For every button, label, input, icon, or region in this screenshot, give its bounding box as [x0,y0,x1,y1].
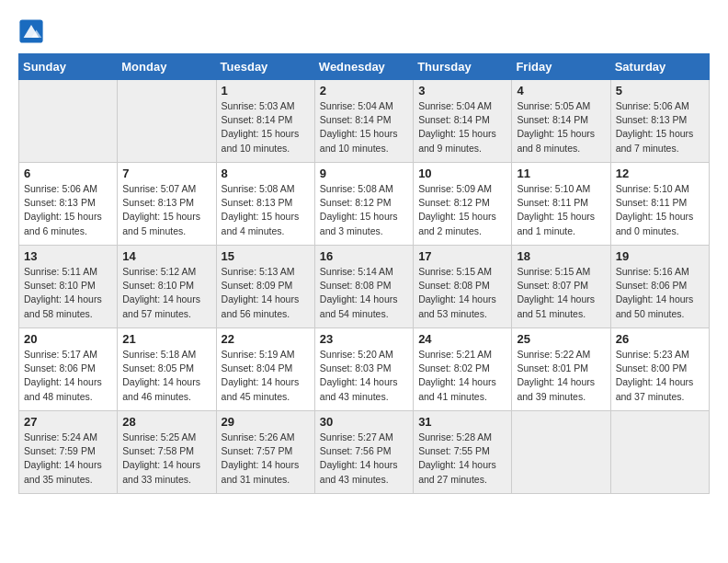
week-row-5: 27Sunrise: 5:24 AMSunset: 7:59 PMDayligh… [19,411,710,494]
calendar-cell: 26Sunrise: 5:23 AMSunset: 8:00 PMDayligh… [610,328,709,411]
day-info: Sunrise: 5:09 AMSunset: 8:12 PMDaylight:… [418,182,506,238]
column-header-thursday: Thursday [414,54,512,80]
calendar-cell: 11Sunrise: 5:10 AMSunset: 8:11 PMDayligh… [512,163,610,246]
day-info: Sunrise: 5:17 AMSunset: 8:06 PMDaylight:… [24,348,112,404]
calendar-cell: 30Sunrise: 5:27 AMSunset: 7:56 PMDayligh… [314,411,413,494]
day-number: 13 [24,249,112,263]
calendar-cell [512,411,610,494]
day-number: 15 [222,249,310,263]
calendar-cell [610,411,709,494]
day-number: 29 [222,415,310,429]
calendar-cell: 9Sunrise: 5:08 AMSunset: 8:12 PMDaylight… [314,163,413,246]
calendar-cell: 5Sunrise: 5:06 AMSunset: 8:13 PMDaylight… [610,80,709,163]
calendar-cell: 23Sunrise: 5:20 AMSunset: 8:03 PMDayligh… [314,328,413,411]
day-number: 4 [517,84,605,98]
day-info: Sunrise: 5:08 AMSunset: 8:12 PMDaylight:… [320,182,408,238]
day-number: 5 [616,84,704,98]
day-info: Sunrise: 5:05 AMSunset: 8:14 PMDaylight:… [517,99,605,155]
day-number: 21 [122,332,210,346]
calendar-cell: 4Sunrise: 5:05 AMSunset: 8:14 PMDaylight… [512,80,610,163]
column-header-tuesday: Tuesday [216,54,314,80]
day-number: 2 [320,84,408,98]
day-info: Sunrise: 5:04 AMSunset: 8:14 PMDaylight:… [418,99,506,155]
week-row-1: 1Sunrise: 5:03 AMSunset: 8:14 PMDaylight… [19,80,710,163]
day-info: Sunrise: 5:14 AMSunset: 8:08 PMDaylight:… [320,265,408,321]
calendar-cell: 10Sunrise: 5:09 AMSunset: 8:12 PMDayligh… [414,163,512,246]
day-info: Sunrise: 5:20 AMSunset: 8:03 PMDaylight:… [320,348,408,404]
day-number: 10 [418,167,506,180]
day-number: 28 [122,415,210,429]
calendar-cell: 13Sunrise: 5:11 AMSunset: 8:10 PMDayligh… [19,246,118,328]
day-number: 24 [418,332,506,346]
calendar-cell: 7Sunrise: 5:07 AMSunset: 8:13 PMDaylight… [118,163,216,246]
logo [18,18,48,44]
day-info: Sunrise: 5:28 AMSunset: 7:55 PMDaylight:… [418,431,506,487]
day-info: Sunrise: 5:23 AMSunset: 8:00 PMDaylight:… [616,348,704,404]
day-number: 14 [122,249,210,263]
calendar-cell: 8Sunrise: 5:08 AMSunset: 8:13 PMDaylight… [216,163,314,246]
day-info: Sunrise: 5:06 AMSunset: 8:13 PMDaylight:… [24,182,112,238]
column-header-saturday: Saturday [610,54,709,80]
day-info: Sunrise: 5:10 AMSunset: 8:11 PMDaylight:… [517,182,605,238]
day-number: 23 [320,332,408,346]
calendar-cell: 21Sunrise: 5:18 AMSunset: 8:05 PMDayligh… [118,328,216,411]
day-info: Sunrise: 5:21 AMSunset: 8:02 PMDaylight:… [418,348,506,404]
day-number: 9 [320,167,408,180]
page-header [18,18,710,44]
day-info: Sunrise: 5:13 AMSunset: 8:09 PMDaylight:… [222,265,310,321]
logo-icon [18,18,44,44]
calendar-cell: 3Sunrise: 5:04 AMSunset: 8:14 PMDaylight… [414,80,512,163]
calendar-cell: 6Sunrise: 5:06 AMSunset: 8:13 PMDaylight… [19,163,118,246]
day-info: Sunrise: 5:12 AMSunset: 8:10 PMDaylight:… [122,265,210,321]
day-number: 6 [24,167,112,180]
calendar-cell [118,80,216,163]
day-info: Sunrise: 5:15 AMSunset: 8:07 PMDaylight:… [517,265,605,321]
day-info: Sunrise: 5:26 AMSunset: 7:57 PMDaylight:… [222,431,310,487]
day-number: 26 [616,332,704,346]
calendar-cell [19,80,118,163]
day-info: Sunrise: 5:24 AMSunset: 7:59 PMDaylight:… [24,431,112,487]
day-number: 1 [222,84,310,98]
calendar-cell: 12Sunrise: 5:10 AMSunset: 8:11 PMDayligh… [610,163,709,246]
calendar-cell: 19Sunrise: 5:16 AMSunset: 8:06 PMDayligh… [610,246,709,328]
calendar-cell: 28Sunrise: 5:25 AMSunset: 7:58 PMDayligh… [118,411,216,494]
day-number: 16 [320,249,408,263]
day-info: Sunrise: 5:25 AMSunset: 7:58 PMDaylight:… [122,431,210,487]
week-row-4: 20Sunrise: 5:17 AMSunset: 8:06 PMDayligh… [19,328,710,411]
day-number: 8 [222,167,310,180]
day-info: Sunrise: 5:18 AMSunset: 8:05 PMDaylight:… [122,348,210,404]
day-number: 17 [418,249,506,263]
day-number: 31 [418,415,506,429]
day-info: Sunrise: 5:04 AMSunset: 8:14 PMDaylight:… [320,99,408,155]
day-info: Sunrise: 5:07 AMSunset: 8:13 PMDaylight:… [122,182,210,238]
day-info: Sunrise: 5:03 AMSunset: 8:14 PMDaylight:… [222,99,310,155]
day-number: 3 [418,84,506,98]
day-number: 7 [122,167,210,180]
calendar-cell: 2Sunrise: 5:04 AMSunset: 8:14 PMDaylight… [314,80,413,163]
day-info: Sunrise: 5:10 AMSunset: 8:11 PMDaylight:… [616,182,704,238]
day-info: Sunrise: 5:27 AMSunset: 7:56 PMDaylight:… [320,431,408,487]
calendar-cell: 24Sunrise: 5:21 AMSunset: 8:02 PMDayligh… [414,328,512,411]
day-number: 25 [517,332,605,346]
calendar-cell: 14Sunrise: 5:12 AMSunset: 8:10 PMDayligh… [118,246,216,328]
column-header-friday: Friday [512,54,610,80]
day-info: Sunrise: 5:19 AMSunset: 8:04 PMDaylight:… [222,348,310,404]
day-number: 20 [24,332,112,346]
day-info: Sunrise: 5:11 AMSunset: 8:10 PMDaylight:… [24,265,112,321]
calendar-cell: 17Sunrise: 5:15 AMSunset: 8:08 PMDayligh… [414,246,512,328]
calendar-cell: 25Sunrise: 5:22 AMSunset: 8:01 PMDayligh… [512,328,610,411]
calendar-cell: 16Sunrise: 5:14 AMSunset: 8:08 PMDayligh… [314,246,413,328]
day-number: 27 [24,415,112,429]
day-number: 19 [616,249,704,263]
calendar-cell: 15Sunrise: 5:13 AMSunset: 8:09 PMDayligh… [216,246,314,328]
day-info: Sunrise: 5:16 AMSunset: 8:06 PMDaylight:… [616,265,704,321]
day-number: 18 [517,249,605,263]
day-info: Sunrise: 5:08 AMSunset: 8:13 PMDaylight:… [222,182,310,238]
column-header-sunday: Sunday [19,54,118,80]
calendar-cell: 1Sunrise: 5:03 AMSunset: 8:14 PMDaylight… [216,80,314,163]
day-number: 22 [222,332,310,346]
day-number: 11 [517,167,605,180]
calendar-cell: 27Sunrise: 5:24 AMSunset: 7:59 PMDayligh… [19,411,118,494]
calendar-cell: 31Sunrise: 5:28 AMSunset: 7:55 PMDayligh… [414,411,512,494]
week-row-2: 6Sunrise: 5:06 AMSunset: 8:13 PMDaylight… [19,163,710,246]
